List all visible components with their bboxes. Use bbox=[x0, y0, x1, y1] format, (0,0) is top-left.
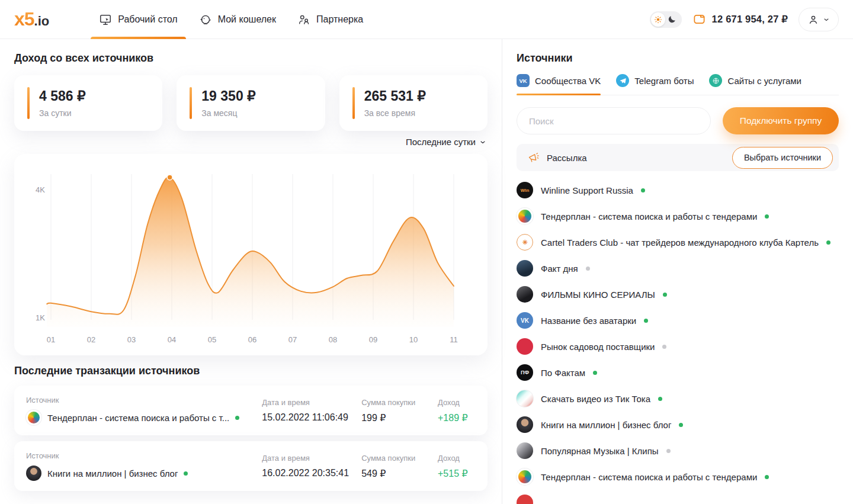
sun-icon[interactable] bbox=[651, 12, 665, 27]
tab-label: Telegram боты bbox=[634, 76, 694, 86]
profile-menu[interactable] bbox=[799, 8, 839, 31]
balance-amount: 12 671 954, 27 ₽ bbox=[712, 14, 788, 25]
income-value: 4 586 ₽ bbox=[39, 88, 86, 104]
income-card: 19 350 ₽ За месяц bbox=[177, 75, 325, 131]
period-label: Последние сутки bbox=[406, 137, 476, 147]
source-name: Тендерплан - система поиска и работы с т… bbox=[541, 472, 757, 482]
source-avatar bbox=[517, 286, 533, 303]
source-item[interactable]: ✳ Cartel Traders Club - чат трейдеров ме… bbox=[517, 229, 839, 255]
nav-label: Партнерка bbox=[316, 14, 363, 25]
svg-text:1K: 1K bbox=[36, 313, 45, 322]
source-item[interactable]: Факт дня bbox=[517, 255, 839, 281]
source-avatar bbox=[517, 495, 533, 504]
source-avatar bbox=[517, 390, 533, 407]
search-row: Подключить группу bbox=[517, 107, 839, 134]
nav-tab-wallet[interactable]: Мой кошелек bbox=[188, 0, 287, 39]
sources-title: Источники bbox=[517, 52, 839, 65]
source-avatar bbox=[517, 208, 533, 224]
income-period-label: За все время bbox=[364, 108, 426, 118]
status-dot bbox=[658, 397, 662, 401]
source-avatar: ✳ bbox=[517, 234, 533, 251]
income-card: 4 586 ₽ За сутки bbox=[14, 75, 162, 131]
sources-tab[interactable]: Telegram боты bbox=[616, 74, 694, 95]
source-name: Название без аватарки bbox=[541, 316, 636, 326]
mailing-label: Рассылка bbox=[547, 153, 587, 163]
source-avatar: Win bbox=[517, 182, 533, 198]
income-cards: 4 586 ₽ За сутки 19 350 ₽ За месяц 265 5… bbox=[14, 75, 488, 131]
sources-sidebar: Источники VK Сообщества VK Telegram боты… bbox=[502, 39, 853, 504]
sources-tabs: VK Сообщества VK Telegram боты Сайты с у… bbox=[517, 74, 839, 95]
source-item[interactable] bbox=[517, 490, 839, 504]
nav-tab-desktop[interactable]: Рабочий стол bbox=[88, 0, 188, 39]
source-item[interactable]: VK Название без аватарки bbox=[517, 307, 839, 333]
status-dot bbox=[235, 416, 239, 420]
txn-datetime: 15.02.2022 11:06:49 bbox=[262, 412, 361, 423]
income-title: Доход со всех источников bbox=[14, 52, 488, 65]
chevron-down-icon bbox=[479, 139, 486, 146]
app-logo[interactable]: x5.io bbox=[14, 8, 49, 30]
source-item[interactable]: Тендерплан - система поиска и работы с т… bbox=[517, 464, 839, 490]
transaction-row[interactable]: Источник Книги на миллион | бизнес блог … bbox=[14, 441, 488, 491]
wallet-balance[interactable]: 12 671 954, 27 ₽ bbox=[692, 12, 788, 26]
nav-tab-partner[interactable]: Партнерка bbox=[287, 0, 374, 39]
column-income: Доход bbox=[438, 454, 476, 463]
sources-tab[interactable]: VK Сообщества VK bbox=[517, 74, 601, 95]
nav-label: Мой кошелек bbox=[218, 14, 276, 25]
source-name: Winline Support Russia bbox=[541, 185, 633, 195]
source-avatar bbox=[517, 416, 533, 433]
period-selector[interactable]: Последние сутки bbox=[15, 137, 486, 147]
select-sources-button[interactable]: Выбрать источники bbox=[732, 147, 833, 169]
source-avatar bbox=[517, 442, 533, 459]
svg-text:07: 07 bbox=[288, 335, 297, 344]
tab-label: Сайты с услугами bbox=[727, 76, 801, 86]
moon-icon[interactable] bbox=[665, 12, 679, 27]
svg-text:01: 01 bbox=[47, 335, 55, 344]
source-avatar bbox=[517, 338, 533, 355]
column-source: Источник bbox=[26, 451, 262, 460]
source-name: Тендерплан - система поиска и работы с т… bbox=[47, 413, 229, 423]
source-avatar: ПФ bbox=[517, 364, 533, 381]
source-item[interactable]: Скачать видео из Тик Тока bbox=[517, 386, 839, 412]
sources-tab[interactable]: Сайты с услугами bbox=[709, 74, 801, 95]
connect-group-button[interactable]: Подключить группу bbox=[723, 107, 839, 134]
logo-x5: x5 bbox=[14, 8, 34, 30]
status-dot bbox=[679, 423, 683, 427]
globe-icon bbox=[709, 74, 722, 87]
source-avatar bbox=[517, 468, 533, 485]
partners-icon bbox=[297, 13, 310, 26]
megaphone-icon bbox=[527, 152, 540, 164]
status-dot bbox=[663, 293, 667, 297]
source-item[interactable]: Книги на миллион | бизнес блог bbox=[517, 412, 839, 438]
source-item[interactable]: Win Winline Support Russia bbox=[517, 177, 839, 203]
source-item[interactable]: ФИЛЬМЫ КИНО СЕРИАЛЫ bbox=[517, 281, 839, 307]
source-name: Книги на миллион | бизнес блог bbox=[541, 420, 671, 430]
svg-text:03: 03 bbox=[127, 335, 136, 344]
transaction-row[interactable]: Источник Тендерплан - система поиска и р… bbox=[14, 386, 488, 435]
theme-toggle[interactable] bbox=[650, 11, 682, 28]
telegram-icon bbox=[616, 74, 629, 87]
search-input[interactable] bbox=[517, 107, 711, 134]
app-header: x5.io Рабочий стол Мой кошелек Партнерка… bbox=[0, 0, 853, 39]
txn-amount: 549 ₽ bbox=[361, 468, 438, 479]
status-dot bbox=[593, 371, 597, 375]
source-name: Факт дня bbox=[541, 264, 578, 274]
source-item[interactable]: Популярная Музыка | Клипы bbox=[517, 438, 839, 464]
source-item[interactable]: Рынок садовод поставщики bbox=[517, 333, 839, 359]
source-item[interactable]: ПФ По Фактам bbox=[517, 359, 839, 386]
source-avatar bbox=[26, 410, 41, 425]
svg-text:08: 08 bbox=[329, 335, 337, 344]
income-period-label: За месяц bbox=[201, 108, 255, 118]
status-dot bbox=[644, 319, 648, 323]
svg-text:04: 04 bbox=[168, 335, 176, 344]
txn-income: +515 ₽ bbox=[438, 468, 476, 479]
source-avatar bbox=[517, 260, 533, 277]
income-value: 19 350 ₽ bbox=[201, 88, 255, 104]
accent-bar bbox=[27, 87, 30, 119]
desktop-icon bbox=[99, 13, 112, 26]
column-source: Источник bbox=[26, 396, 262, 405]
accent-bar bbox=[352, 87, 355, 119]
tab-label: Сообщества VK bbox=[535, 76, 601, 86]
source-item[interactable]: Тендерплан - система поиска и работы с т… bbox=[517, 203, 839, 229]
source-name: Книги на миллион | бизнес блог bbox=[47, 468, 178, 479]
source-avatar: VK bbox=[517, 312, 533, 329]
